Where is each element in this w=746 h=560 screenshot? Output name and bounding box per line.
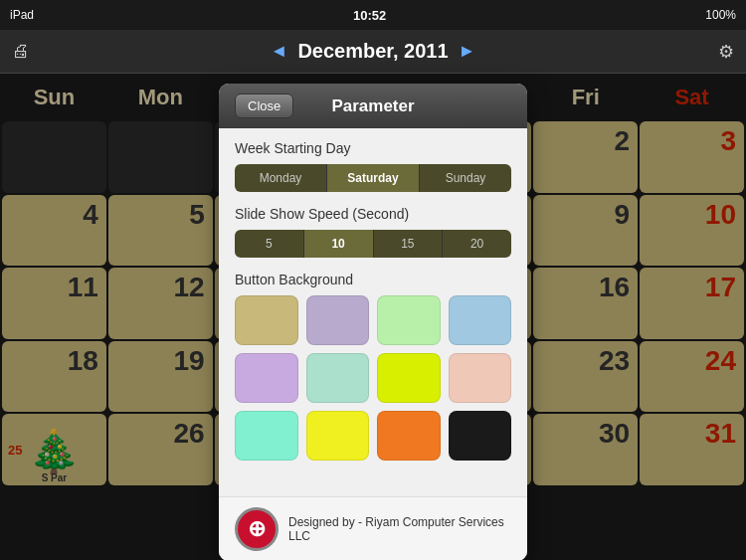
prev-month-button[interactable]: ◄ [271, 41, 288, 62]
modal-footer: ⊕ Designed by - Riyam Computer Services … [219, 496, 527, 560]
color-swatch-5[interactable] [306, 353, 370, 403]
next-month-button[interactable]: ► [459, 41, 476, 62]
slide-speed-control: 5 10 15 20 [235, 230, 511, 258]
print-button[interactable]: 🖨 [12, 41, 30, 62]
color-swatch-10[interactable] [377, 411, 441, 461]
seg-speed-5[interactable]: 5 [235, 230, 304, 258]
seg-speed-20[interactable]: 20 [443, 230, 511, 258]
color-swatch-2[interactable] [377, 295, 441, 345]
footer-text: Designed by - Riyam Computer Services LL… [288, 515, 511, 543]
status-battery: 100% [705, 8, 736, 22]
color-grid [235, 295, 511, 461]
modal-header: Close Parameter [219, 84, 527, 128]
print-icon: 🖨 [12, 41, 30, 61]
close-button[interactable]: Close [235, 93, 293, 118]
color-swatch-4[interactable] [235, 353, 298, 403]
top-bar: 🖨 ◄ December, 2011 ► ⚙ [0, 30, 746, 74]
status-device: iPad [10, 8, 34, 22]
status-time: 10:52 [353, 8, 386, 23]
parameter-modal: Close Parameter Week Starting Day Monday… [219, 84, 527, 560]
modal-overlay: Close Parameter Week Starting Day Monday… [0, 74, 746, 560]
seg-monday[interactable]: Monday [235, 164, 327, 192]
modal-body: Week Starting Day Monday Saturday Sunday… [219, 128, 527, 496]
calendar-title-bar: ◄ December, 2011 ► [271, 40, 476, 63]
seg-saturday[interactable]: Saturday [327, 164, 420, 192]
month-year-title: December, 2011 [297, 40, 448, 63]
color-swatch-7[interactable] [449, 353, 512, 403]
company-logo: ⊕ [235, 507, 279, 551]
settings-button[interactable]: ⚙ [718, 41, 734, 63]
color-swatch-9[interactable] [306, 411, 370, 461]
color-swatch-6[interactable] [377, 353, 441, 403]
color-swatch-8[interactable] [235, 411, 298, 461]
modal-title: Parameter [331, 96, 414, 116]
slide-speed-label: Slide Show Speed (Second) [235, 206, 511, 222]
status-bar: iPad 10:52 100% [0, 0, 746, 30]
button-bg-label: Button Background [235, 272, 511, 287]
week-start-label: Week Starting Day [235, 140, 511, 156]
settings-icon: ⚙ [718, 42, 734, 62]
week-start-control: Monday Saturday Sunday [235, 164, 511, 192]
seg-speed-15[interactable]: 15 [374, 230, 444, 258]
color-swatch-11[interactable] [449, 411, 512, 461]
color-swatch-3[interactable] [449, 295, 512, 345]
seg-sunday[interactable]: Sunday [420, 164, 511, 192]
color-swatch-1[interactable] [306, 295, 370, 345]
color-swatch-0[interactable] [235, 295, 298, 345]
seg-speed-10[interactable]: 10 [304, 230, 374, 258]
